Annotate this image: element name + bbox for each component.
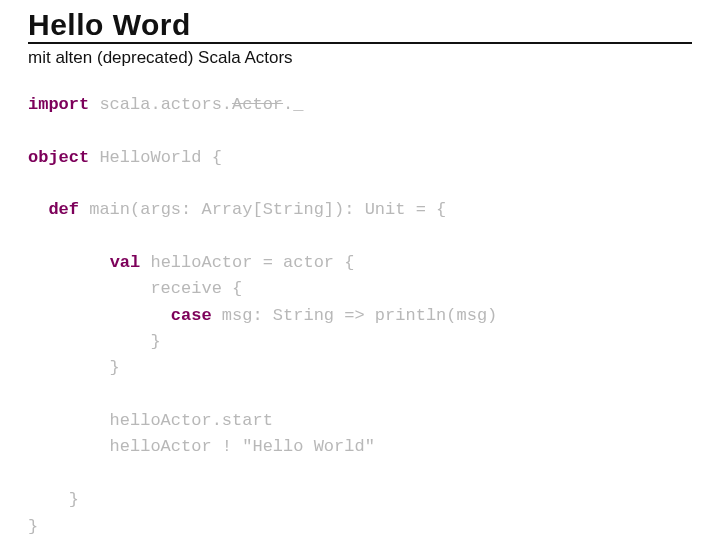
keyword-import: import bbox=[28, 95, 89, 114]
keyword-val: val bbox=[110, 253, 141, 272]
keyword-case: case bbox=[171, 306, 212, 325]
keyword-def: def bbox=[48, 200, 79, 219]
code-text: } bbox=[28, 517, 38, 536]
slide-title: Hello Word bbox=[28, 8, 692, 44]
code-text: helloActor.start bbox=[28, 411, 273, 430]
code-text: ._ bbox=[283, 95, 303, 114]
code-text-strike: Actor bbox=[232, 95, 283, 114]
code-text: receive { bbox=[28, 279, 242, 298]
code-text: HelloWorld { bbox=[89, 148, 222, 167]
slide: Hello Word mit alten (deprecated) Scala … bbox=[0, 0, 720, 540]
code-text: helloActor ! "Hello World" bbox=[28, 437, 375, 456]
code-text: } bbox=[28, 332, 161, 351]
code-text: } bbox=[28, 490, 79, 509]
code-text: msg: String => println(msg) bbox=[212, 306, 498, 325]
code-text: } bbox=[28, 358, 120, 377]
code-block: import scala.actors.Actor._ object Hello… bbox=[28, 92, 692, 540]
keyword-object: object bbox=[28, 148, 89, 167]
slide-subtitle: mit alten (deprecated) Scala Actors bbox=[28, 48, 692, 68]
code-text: helloActor = actor { bbox=[140, 253, 354, 272]
code-text: scala.actors. bbox=[89, 95, 232, 114]
code-text: main(args: Array[String]): Unit = { bbox=[79, 200, 446, 219]
